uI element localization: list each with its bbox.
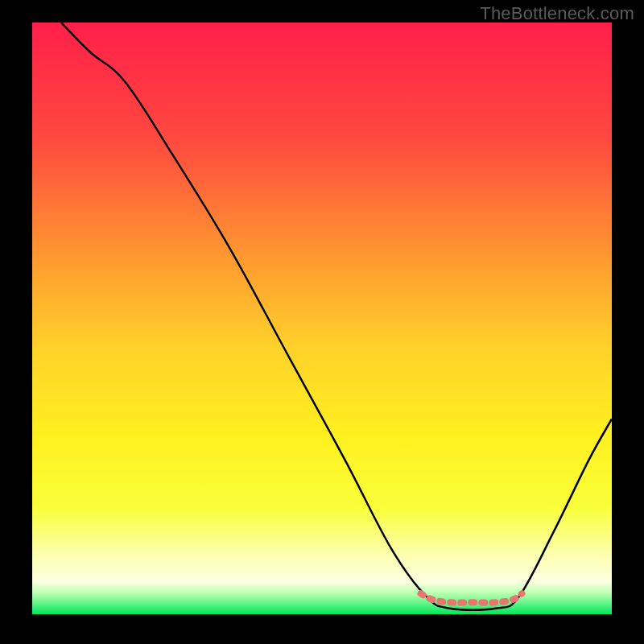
watermark-text: TheBottleneck.com — [480, 3, 634, 24]
bottleneck-curve — [61, 23, 612, 610]
plot-area — [32, 23, 612, 614]
pink-flat-segment — [420, 593, 522, 602]
curves-layer — [32, 23, 612, 614]
